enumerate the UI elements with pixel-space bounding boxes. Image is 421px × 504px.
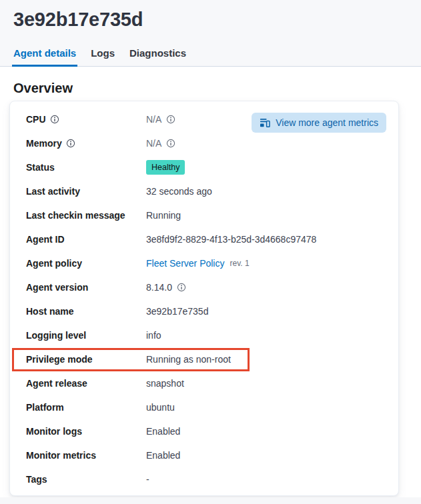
row-last-activity: Last activity32 seconds ago [26, 179, 382, 203]
info-icon[interactable] [66, 139, 75, 148]
row-platform: Platformubuntu [26, 395, 382, 419]
row-value-text: Running as non-root [146, 354, 231, 365]
tab-logs[interactable]: Logs [91, 47, 115, 66]
row-label-text: Last checkin message [26, 210, 125, 221]
row-label-text: CPU [26, 114, 46, 125]
agent-policy-link[interactable]: Fleet Server Policy [146, 258, 224, 269]
row-label: Last checkin message [26, 210, 146, 221]
row-value-text: - [146, 474, 149, 485]
tab-diagnostics[interactable]: Diagnostics [129, 47, 186, 66]
row-label: Agent ID [26, 234, 146, 245]
row-value: Enabled [146, 450, 180, 461]
row-label-text: Tags [26, 474, 47, 485]
row-value: 32 seconds ago [146, 186, 212, 197]
page-title: 3e92b17e735d [13, 8, 408, 31]
row-value-text: info [146, 330, 161, 341]
row-last-checkin-message: Last checkin messageRunning [26, 203, 382, 227]
row-label-text: Privilege mode [26, 354, 93, 365]
row-value-text: 8.14.0 [146, 282, 172, 293]
row-label-text: Agent policy [26, 258, 82, 269]
row-label: Memory [26, 138, 146, 149]
page-header: 3e92b17e735d Agent details Logs Diagnost… [0, 0, 421, 67]
info-icon[interactable] [50, 115, 59, 124]
row-host-name: Host name3e92b17e735d [26, 299, 382, 323]
row-value: N/A [146, 114, 175, 125]
row-label-text: Platform [26, 402, 64, 413]
row-label: Host name [26, 306, 146, 317]
row-value-text: snapshot [146, 378, 184, 389]
row-value: Running as non-root [146, 354, 231, 365]
row-label-text: Last activity [26, 186, 80, 197]
row-value-text: N/A [146, 114, 161, 125]
row-value-text: 3e8fd9f2-8829-4f13-b25d-3d4668c97478 [146, 234, 316, 245]
page-bottom-band [0, 497, 421, 504]
row-value-text: Enabled [146, 426, 180, 437]
row-label: Privilege mode [26, 354, 146, 365]
row-label: CPU [26, 114, 146, 125]
row-monitor-metrics: Monitor metricsEnabled [26, 443, 382, 467]
row-label-text: Memory [26, 138, 62, 149]
row-label: Agent release [26, 378, 146, 389]
info-icon[interactable] [166, 115, 175, 124]
row-value: 3e92b17e735d [146, 306, 208, 317]
row-value-text: 32 seconds ago [146, 186, 212, 197]
row-value: 8.14.0 [146, 282, 186, 293]
row-label-text: Status [26, 162, 55, 173]
row-value: Fleet Server Policyrev. 1 [146, 258, 250, 269]
row-label: Agent version [26, 282, 146, 293]
info-icon[interactable] [177, 283, 186, 292]
row-label: Logging level [26, 330, 146, 341]
row-label: Platform [26, 402, 146, 413]
row-label-text: Logging level [26, 330, 86, 341]
tab-agent-details[interactable]: Agent details [13, 47, 76, 66]
row-agent-release: Agent releasesnapshot [26, 371, 382, 395]
row-logging-level: Logging levelinfo [26, 323, 382, 347]
row-value: ubuntu [146, 402, 175, 413]
row-value-text: Enabled [146, 450, 180, 461]
row-privilege-mode: Privilege modeRunning as non-root [26, 347, 382, 371]
row-value: 3e8fd9f2-8829-4f13-b25d-3d4668c97478 [146, 234, 316, 245]
policy-revision: rev. 1 [230, 259, 249, 268]
row-agent-policy: Agent policyFleet Server Policyrev. 1 [26, 251, 382, 275]
row-value: - [146, 474, 149, 485]
row-value: snapshot [146, 378, 184, 389]
row-value: info [146, 330, 161, 341]
row-label-text: Monitor metrics [26, 450, 96, 461]
row-value: Running [146, 210, 181, 221]
row-agent-version: Agent version8.14.0 [26, 275, 382, 299]
overview-card: View more agent metrics CPUN/AMemoryN/AS… [9, 101, 399, 496]
row-label-text: Monitor logs [26, 426, 82, 437]
row-label-text: Agent version [26, 282, 88, 293]
row-label-text: Host name [26, 306, 74, 317]
row-value: Healthy [146, 160, 185, 175]
overview-list: CPUN/AMemoryN/AStatusHealthyLast activit… [26, 107, 382, 491]
info-icon[interactable] [166, 139, 175, 148]
row-label: Tags [26, 474, 146, 485]
status-badge: Healthy [146, 160, 185, 175]
row-agent-id: Agent ID3e8fd9f2-8829-4f13-b25d-3d4668c9… [26, 227, 382, 251]
row-value: N/A [146, 138, 175, 149]
row-tags: Tags- [26, 467, 382, 491]
tab-bar: Agent details Logs Diagnostics [13, 47, 408, 66]
row-cpu: CPUN/A [26, 107, 382, 131]
row-value-text: 3e92b17e735d [146, 306, 208, 317]
row-value-text: Running [146, 210, 181, 221]
row-status: StatusHealthy [26, 155, 382, 179]
row-label-text: Agent ID [26, 234, 65, 245]
row-value: Enabled [146, 426, 180, 437]
overview-heading: Overview [13, 80, 408, 96]
row-monitor-logs: Monitor logsEnabled [26, 419, 382, 443]
row-label: Monitor metrics [26, 450, 146, 461]
row-label-text: Agent release [26, 378, 87, 389]
row-label: Last activity [26, 186, 146, 197]
row-label: Status [26, 162, 146, 173]
row-memory: MemoryN/A [26, 131, 382, 155]
row-value-text: ubuntu [146, 402, 175, 413]
row-label: Agent policy [26, 258, 146, 269]
row-value-text: N/A [146, 138, 161, 149]
row-label: Monitor logs [26, 426, 146, 437]
